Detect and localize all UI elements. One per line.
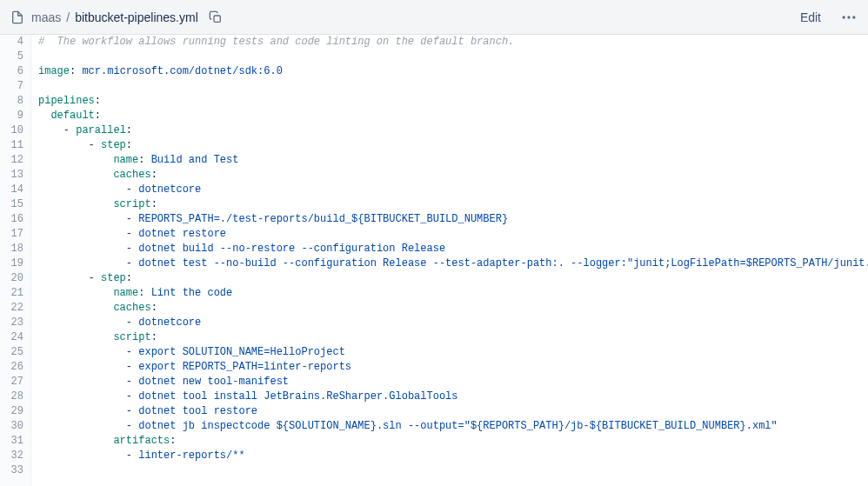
code-line: name: Build and Test bbox=[38, 153, 861, 168]
code-viewer: 4567891011121314151617181920212223242526… bbox=[0, 35, 868, 486]
line-number: 20 bbox=[5, 271, 23, 286]
edit-button[interactable]: Edit bbox=[793, 7, 828, 28]
code-line: # The workflow allows running tests and … bbox=[38, 35, 861, 50]
code-line bbox=[38, 79, 861, 94]
code-line: - dotnet tool install JetBrains.ReSharpe… bbox=[38, 389, 861, 404]
breadcrumb-filename: bitbucket-pipelines.yml bbox=[75, 10, 198, 24]
file-icon bbox=[10, 10, 24, 24]
line-number: 31 bbox=[5, 434, 23, 449]
code-line: default: bbox=[38, 109, 861, 123]
code-line: - dotnet tool restore bbox=[38, 404, 861, 419]
line-gutter: 4567891011121314151617181920212223242526… bbox=[0, 35, 31, 486]
svg-point-2 bbox=[847, 16, 850, 18]
code-line: - dotnet restore bbox=[38, 227, 861, 242]
code-line bbox=[38, 50, 861, 64]
line-number: 21 bbox=[5, 286, 23, 301]
line-number: 17 bbox=[5, 227, 23, 242]
line-number: 33 bbox=[5, 463, 23, 478]
code-line: name: Lint the code bbox=[38, 286, 861, 301]
code-line: artifacts: bbox=[38, 434, 861, 449]
line-number: 13 bbox=[5, 168, 23, 183]
code-line: - step: bbox=[38, 138, 861, 153]
breadcrumb-separator: / bbox=[66, 10, 70, 24]
line-number: 12 bbox=[5, 153, 23, 168]
line-number: 9 bbox=[5, 109, 23, 123]
code-line: - linter-reports/** bbox=[38, 449, 861, 463]
breadcrumb: maas / bitbucket-pipelines.yml bbox=[31, 10, 198, 24]
svg-point-1 bbox=[843, 16, 845, 18]
line-number: 19 bbox=[5, 256, 23, 271]
line-number: 6 bbox=[5, 64, 23, 79]
code-line: caches: bbox=[38, 168, 861, 183]
file-header: maas / bitbucket-pipelines.yml Edit bbox=[0, 0, 868, 35]
line-number: 27 bbox=[5, 375, 23, 389]
line-number: 5 bbox=[5, 50, 23, 64]
code-line: - REPORTS_PATH=./test-reports/build_${BI… bbox=[38, 212, 861, 227]
svg-point-3 bbox=[852, 16, 855, 18]
code-line: - dotnet new tool-manifest bbox=[38, 375, 861, 389]
line-number: 18 bbox=[5, 242, 23, 256]
line-number: 24 bbox=[5, 330, 23, 345]
code-line: image: mcr.microsoft.com/dotnet/sdk:6.0 bbox=[38, 64, 861, 79]
line-number: 25 bbox=[5, 345, 23, 360]
line-number: 22 bbox=[5, 301, 23, 316]
code-line: script: bbox=[38, 197, 861, 212]
line-number: 23 bbox=[5, 316, 23, 330]
breadcrumb-project[interactable]: maas bbox=[31, 10, 61, 24]
line-number: 4 bbox=[5, 35, 23, 50]
code-line: - dotnetcore bbox=[38, 183, 861, 197]
line-number: 28 bbox=[5, 389, 23, 404]
line-number: 10 bbox=[5, 123, 23, 138]
line-number: 32 bbox=[5, 449, 23, 463]
more-icon[interactable] bbox=[840, 9, 858, 26]
line-number: 11 bbox=[5, 138, 23, 153]
line-number: 15 bbox=[5, 197, 23, 212]
line-number: 26 bbox=[5, 360, 23, 375]
code-line: - step: bbox=[38, 271, 861, 286]
code-line: - dotnetcore bbox=[38, 316, 861, 330]
code-line: pipelines: bbox=[38, 94, 861, 109]
code-line: script: bbox=[38, 330, 861, 345]
code-content[interactable]: # The workflow allows running tests and … bbox=[31, 35, 868, 486]
code-line: - parallel: bbox=[38, 123, 861, 138]
code-line: - export REPORTS_PATH=linter-reports bbox=[38, 360, 861, 375]
line-number: 14 bbox=[5, 183, 23, 197]
line-number: 30 bbox=[5, 419, 23, 434]
line-number: 7 bbox=[5, 79, 23, 94]
code-line bbox=[38, 463, 861, 478]
code-line: caches: bbox=[38, 301, 861, 316]
code-line: - export SOLUTION_NAME=HelloProject bbox=[38, 345, 861, 360]
line-number: 16 bbox=[5, 212, 23, 227]
copy-icon[interactable] bbox=[209, 10, 223, 24]
code-line: - dotnet test --no-build --configuration… bbox=[38, 256, 861, 271]
svg-rect-0 bbox=[214, 16, 220, 22]
code-line: - dotnet jb inspectcode ${SOLUTION_NAME}… bbox=[38, 419, 861, 434]
code-line: - dotnet build --no-restore --configurat… bbox=[38, 242, 861, 256]
line-number: 8 bbox=[5, 94, 23, 109]
line-number: 29 bbox=[5, 404, 23, 419]
